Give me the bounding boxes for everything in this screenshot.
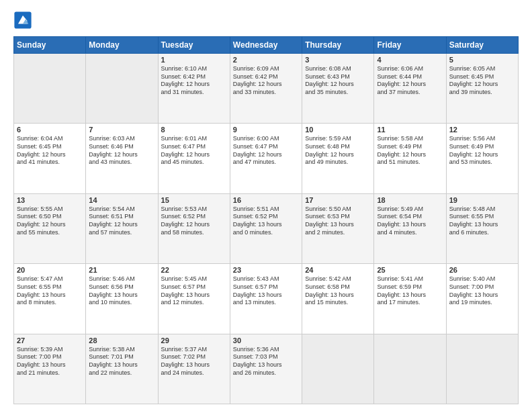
calendar-cell: 2Sunrise: 6:09 AM Sunset: 6:42 PM Daylig…: [230, 54, 302, 124]
calendar-cell: 13Sunrise: 5:55 AM Sunset: 6:50 PM Dayli…: [14, 193, 86, 263]
day-number: 10: [305, 126, 371, 134]
cell-info: Sunrise: 6:08 AM Sunset: 6:43 PM Dayligh…: [305, 65, 371, 97]
cell-info: Sunrise: 5:53 AM Sunset: 6:52 PM Dayligh…: [161, 205, 227, 237]
cell-info: Sunrise: 5:48 AM Sunset: 6:55 PM Dayligh…: [449, 205, 515, 237]
calendar-cell: 21Sunrise: 5:46 AM Sunset: 6:56 PM Dayli…: [86, 264, 158, 334]
calendar-cell: 27Sunrise: 5:39 AM Sunset: 7:00 PM Dayli…: [14, 334, 86, 404]
calendar-cell: 23Sunrise: 5:43 AM Sunset: 6:57 PM Dayli…: [230, 264, 302, 334]
calendar-cell: 8Sunrise: 6:01 AM Sunset: 6:47 PM Daylig…: [158, 124, 230, 193]
calendar-cell: 14Sunrise: 5:54 AM Sunset: 6:51 PM Dayli…: [86, 193, 158, 263]
day-number: 19: [449, 196, 515, 204]
day-number: 30: [233, 336, 299, 345]
cell-info: Sunrise: 5:51 AM Sunset: 6:52 PM Dayligh…: [233, 205, 299, 237]
day-header-sunday: Sunday: [14, 37, 86, 54]
day-number: 25: [377, 266, 443, 274]
calendar-cell: 29Sunrise: 5:37 AM Sunset: 7:02 PM Dayli…: [158, 334, 230, 404]
calendar-week-row: 13Sunrise: 5:55 AM Sunset: 6:50 PM Dayli…: [14, 193, 519, 263]
calendar-week-row: 20Sunrise: 5:47 AM Sunset: 6:55 PM Dayli…: [14, 264, 519, 334]
day-number: 21: [89, 266, 154, 274]
day-header-saturday: Saturday: [446, 37, 518, 54]
day-number: 2: [233, 56, 299, 64]
calendar-cell: 3Sunrise: 6:08 AM Sunset: 6:43 PM Daylig…: [302, 54, 374, 124]
calendar-week-row: 1Sunrise: 6:10 AM Sunset: 6:42 PM Daylig…: [14, 54, 519, 124]
calendar-cell: 5Sunrise: 6:05 AM Sunset: 6:45 PM Daylig…: [446, 54, 518, 124]
cell-info: Sunrise: 5:38 AM Sunset: 7:01 PM Dayligh…: [89, 346, 154, 377]
cell-info: Sunrise: 6:06 AM Sunset: 6:44 PM Dayligh…: [377, 65, 443, 97]
calendar-cell: 12Sunrise: 5:56 AM Sunset: 6:49 PM Dayli…: [446, 124, 518, 193]
cell-info: Sunrise: 5:58 AM Sunset: 6:49 PM Dayligh…: [377, 135, 443, 167]
day-number: 27: [17, 336, 83, 345]
day-number: 8: [161, 126, 227, 134]
day-number: 13: [17, 196, 83, 204]
day-number: 18: [377, 196, 443, 204]
cell-info: Sunrise: 5:54 AM Sunset: 6:51 PM Dayligh…: [89, 205, 154, 237]
cell-info: Sunrise: 5:50 AM Sunset: 6:53 PM Dayligh…: [305, 205, 371, 237]
page: SundayMondayTuesdayWednesdayThursdayFrid…: [0, 0, 532, 411]
calendar-cell: 25Sunrise: 5:41 AM Sunset: 6:59 PM Dayli…: [374, 264, 446, 334]
calendar-cell: 20Sunrise: 5:47 AM Sunset: 6:55 PM Dayli…: [14, 264, 86, 334]
cell-info: Sunrise: 5:40 AM Sunset: 7:00 PM Dayligh…: [449, 275, 515, 307]
cell-info: Sunrise: 5:39 AM Sunset: 7:00 PM Dayligh…: [17, 346, 83, 377]
day-number: 3: [305, 56, 371, 64]
day-number: 23: [233, 266, 299, 274]
cell-info: Sunrise: 5:47 AM Sunset: 6:55 PM Dayligh…: [17, 275, 83, 307]
cell-info: Sunrise: 5:36 AM Sunset: 7:03 PM Dayligh…: [233, 346, 299, 377]
calendar-cell: [86, 54, 158, 124]
day-number: 29: [161, 336, 227, 345]
calendar-cell: 11Sunrise: 5:58 AM Sunset: 6:49 PM Dayli…: [374, 124, 446, 193]
calendar-cell: 26Sunrise: 5:40 AM Sunset: 7:00 PM Dayli…: [446, 264, 518, 334]
calendar-cell: [14, 54, 86, 124]
calendar-cell: [302, 334, 374, 404]
day-number: 7: [89, 126, 154, 134]
day-number: 11: [377, 126, 443, 134]
day-header-wednesday: Wednesday: [230, 37, 302, 54]
calendar-cell: 10Sunrise: 5:59 AM Sunset: 6:48 PM Dayli…: [302, 124, 374, 193]
header: [13, 11, 519, 30]
day-number: 20: [17, 266, 83, 274]
cell-info: Sunrise: 5:37 AM Sunset: 7:02 PM Dayligh…: [161, 346, 227, 377]
cell-info: Sunrise: 5:45 AM Sunset: 6:57 PM Dayligh…: [161, 275, 227, 307]
day-number: 28: [89, 336, 154, 345]
logo-icon: [13, 11, 32, 30]
cell-info: Sunrise: 5:56 AM Sunset: 6:49 PM Dayligh…: [449, 135, 515, 167]
day-number: 6: [17, 126, 83, 134]
cell-info: Sunrise: 6:01 AM Sunset: 6:47 PM Dayligh…: [161, 135, 227, 167]
day-number: 12: [449, 126, 515, 134]
day-header-monday: Monday: [86, 37, 158, 54]
cell-info: Sunrise: 5:55 AM Sunset: 6:50 PM Dayligh…: [17, 205, 83, 237]
cell-info: Sunrise: 5:43 AM Sunset: 6:57 PM Dayligh…: [233, 275, 299, 307]
calendar-cell: 9Sunrise: 6:00 AM Sunset: 6:47 PM Daylig…: [230, 124, 302, 193]
day-number: 1: [161, 56, 227, 64]
day-number: 9: [233, 126, 299, 134]
calendar-cell: 28Sunrise: 5:38 AM Sunset: 7:01 PM Dayli…: [86, 334, 158, 404]
calendar-cell: 16Sunrise: 5:51 AM Sunset: 6:52 PM Dayli…: [230, 193, 302, 263]
day-number: 4: [377, 56, 443, 64]
calendar-cell: 6Sunrise: 6:04 AM Sunset: 6:45 PM Daylig…: [14, 124, 86, 193]
day-number: 5: [449, 56, 515, 64]
calendar-header-row: SundayMondayTuesdayWednesdayThursdayFrid…: [14, 37, 519, 54]
day-number: 17: [305, 196, 371, 204]
cell-info: Sunrise: 5:59 AM Sunset: 6:48 PM Dayligh…: [305, 135, 371, 167]
cell-info: Sunrise: 5:42 AM Sunset: 6:58 PM Dayligh…: [305, 275, 371, 307]
cell-info: Sunrise: 5:46 AM Sunset: 6:56 PM Dayligh…: [89, 275, 154, 307]
day-number: 22: [161, 266, 227, 274]
calendar-week-row: 6Sunrise: 6:04 AM Sunset: 6:45 PM Daylig…: [14, 124, 519, 193]
calendar-cell: 22Sunrise: 5:45 AM Sunset: 6:57 PM Dayli…: [158, 264, 230, 334]
calendar-cell: 30Sunrise: 5:36 AM Sunset: 7:03 PM Dayli…: [230, 334, 302, 404]
day-header-friday: Friday: [374, 37, 446, 54]
calendar-cell: 24Sunrise: 5:42 AM Sunset: 6:58 PM Dayli…: [302, 264, 374, 334]
calendar-cell: 17Sunrise: 5:50 AM Sunset: 6:53 PM Dayli…: [302, 193, 374, 263]
cell-info: Sunrise: 5:49 AM Sunset: 6:54 PM Dayligh…: [377, 205, 443, 237]
calendar-cell: 19Sunrise: 5:48 AM Sunset: 6:55 PM Dayli…: [446, 193, 518, 263]
cell-info: Sunrise: 6:10 AM Sunset: 6:42 PM Dayligh…: [161, 65, 227, 97]
cell-info: Sunrise: 6:00 AM Sunset: 6:47 PM Dayligh…: [233, 135, 299, 167]
calendar-cell: [446, 334, 518, 404]
calendar-cell: 15Sunrise: 5:53 AM Sunset: 6:52 PM Dayli…: [158, 193, 230, 263]
day-number: 16: [233, 196, 299, 204]
day-number: 26: [449, 266, 515, 274]
calendar-cell: 4Sunrise: 6:06 AM Sunset: 6:44 PM Daylig…: [374, 54, 446, 124]
day-header-thursday: Thursday: [302, 37, 374, 54]
calendar-cell: [374, 334, 446, 404]
day-number: 14: [89, 196, 154, 204]
cell-info: Sunrise: 6:09 AM Sunset: 6:42 PM Dayligh…: [233, 65, 299, 97]
